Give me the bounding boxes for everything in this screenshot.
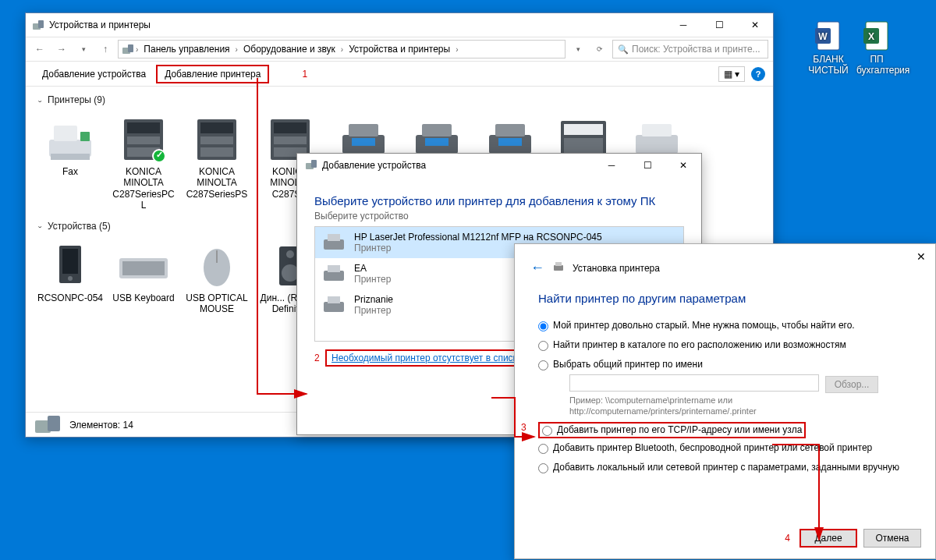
item-type: Принтер xyxy=(354,305,393,316)
svg-point-42 xyxy=(68,276,73,281)
keyboard-icon xyxy=(110,241,177,291)
svg-rect-7 xyxy=(38,20,44,28)
fax-icon xyxy=(37,115,104,165)
breadcrumb[interactable]: › Панель управления › Оборудование и зву… xyxy=(118,40,566,58)
default-badge xyxy=(152,149,166,163)
install-printer-dialog: ✕ ← Установка принтера Найти принтер по … xyxy=(514,243,936,559)
svg-rect-23 xyxy=(274,122,307,133)
desktop-icon-label: БЛАНК ЧИСТЫЙ xyxy=(808,54,849,76)
computer-icon xyxy=(37,241,104,291)
desktop-icon-excel[interactable]: X ПП бухгалтерия xyxy=(856,20,897,76)
printer-not-listed-link[interactable]: Необходимый принтер отсутствует в списке xyxy=(332,353,523,363)
printer-icon xyxy=(321,232,346,253)
minimize-button[interactable]: ─ xyxy=(594,154,629,177)
device-label: KONICA MINOLTA C287SeriesPS xyxy=(183,166,250,200)
item-name: EA xyxy=(354,263,391,274)
forward-button[interactable]: → xyxy=(52,40,71,58)
radio-old-printer[interactable]: Мой принтер довольно старый. Мне нужна п… xyxy=(538,316,912,335)
svg-rect-31 xyxy=(425,138,448,146)
browse-button[interactable]: Обзор... xyxy=(825,376,878,393)
radio-tcpip[interactable]: Добавить принтер по его TCP/IP-адресу ил… xyxy=(542,424,802,436)
history-button[interactable]: ▾ xyxy=(74,40,93,58)
back-button[interactable]: ← xyxy=(530,260,544,276)
refresh-button[interactable]: ⟳ xyxy=(590,40,609,58)
search-placeholder: Поиск: Устройства и принте... xyxy=(632,44,760,55)
example-text: Пример: \\computername\printername или xyxy=(569,395,912,406)
mouse-icon xyxy=(183,241,250,291)
svg-rect-15 xyxy=(127,122,160,133)
svg-rect-19 xyxy=(200,122,233,133)
crumb-control-panel[interactable]: Панель управления xyxy=(140,42,233,56)
chevron-down-icon: ⌄ xyxy=(37,97,43,103)
device-item[interactable]: USB Keyboard xyxy=(107,238,180,318)
crumb-hardware[interactable]: Оборудование и звук xyxy=(239,42,339,56)
printer-icon xyxy=(321,263,346,285)
back-button[interactable]: ← xyxy=(30,40,49,58)
desktop-icon-word[interactable]: W БЛАНК ЧИСТЫЙ xyxy=(808,20,849,76)
chevron-down-icon: ⌄ xyxy=(37,223,43,229)
dialog-title: Добавление устройства xyxy=(322,160,594,171)
item-count: Элементов: 14 xyxy=(69,420,133,431)
desktop-icon-label: ПП бухгалтерия xyxy=(856,54,897,76)
devices-icon xyxy=(32,19,44,31)
search-input[interactable]: 🔍 Поиск: Устройства и принте... xyxy=(612,40,768,58)
device-label: USB OPTICAL MOUSE xyxy=(183,292,250,315)
item-name: HP LaserJet Professional M1212nf MFP на … xyxy=(354,232,602,243)
titlebar[interactable]: Устройства и принтеры ─ ☐ ✕ xyxy=(26,13,773,37)
svg-rect-16 xyxy=(127,136,160,144)
word-icon: W xyxy=(813,20,844,51)
printer-item[interactable]: KONICA MINOLTA C287SeriesPCL xyxy=(107,112,180,214)
excel-icon: X xyxy=(861,20,892,51)
maximize-button[interactable]: ☐ xyxy=(701,13,737,37)
printers-group-header[interactable]: ⌄Принтеры (9) xyxy=(26,91,773,108)
up-button[interactable]: ↑ xyxy=(96,40,115,58)
minimize-button[interactable]: ─ xyxy=(665,13,701,37)
device-label: KONICA MINOLTA C287SeriesPCL xyxy=(110,166,177,211)
help-button[interactable]: ? xyxy=(751,67,765,81)
svg-rect-36 xyxy=(564,124,603,135)
svg-rect-39 xyxy=(642,124,672,136)
printer-name-input[interactable] xyxy=(569,374,819,392)
svg-text:W: W xyxy=(818,31,828,42)
close-button[interactable]: ✕ xyxy=(737,13,773,37)
svg-rect-55 xyxy=(328,234,340,241)
address-bar: ← → ▾ ↑ › Панель управления › Оборудован… xyxy=(26,37,773,62)
annotation-4: 4 xyxy=(785,533,790,544)
options-group: Мой принтер довольно старый. Мне нужна п… xyxy=(515,316,935,477)
maximize-button[interactable]: ☐ xyxy=(629,154,665,177)
svg-rect-11 xyxy=(54,126,77,141)
dialog-heading: Выберите устройство или принтер для доба… xyxy=(314,194,684,207)
svg-rect-38 xyxy=(636,135,678,154)
device-label: RCSONPC-054 xyxy=(37,292,104,303)
item-type: Принтер xyxy=(354,274,391,285)
svg-rect-20 xyxy=(200,136,233,144)
radio-catalog[interactable]: Найти принтер в каталоге по его располож… xyxy=(538,335,912,355)
radio-shared[interactable]: Выбрать общий принтер по имени xyxy=(538,355,912,374)
svg-rect-64 xyxy=(554,265,563,271)
svg-rect-65 xyxy=(555,262,562,266)
crumb-devices[interactable]: Устройства и принтеры xyxy=(345,42,454,56)
radio-bluetooth[interactable]: Добавить принтер Bluetooth, беспроводной… xyxy=(538,438,912,458)
cancel-button[interactable]: Отмена xyxy=(863,529,921,548)
svg-rect-51 xyxy=(48,416,60,431)
command-bar: Добавление устройства Добавление принтер… xyxy=(26,62,773,87)
printer-item[interactable]: Fax xyxy=(34,112,107,214)
search-icon: 🔍 xyxy=(618,44,629,55)
add-printer-button[interactable]: Добавление принтера xyxy=(156,65,269,83)
close-button[interactable]: ✕ xyxy=(910,247,932,266)
history-dropdown[interactable]: ▾ xyxy=(569,40,587,58)
next-button[interactable]: Далее xyxy=(800,529,857,548)
svg-rect-53 xyxy=(311,160,317,168)
svg-rect-30 xyxy=(422,124,452,136)
item-name: Priznanie xyxy=(354,294,393,305)
device-item[interactable]: RCSONPC-054 xyxy=(34,238,107,318)
printer-item[interactable]: KONICA MINOLTA C287SeriesPS xyxy=(180,112,254,214)
svg-point-49 xyxy=(286,250,294,258)
device-item[interactable]: USB OPTICAL MOUSE xyxy=(180,238,254,318)
close-button[interactable]: ✕ xyxy=(665,154,701,177)
titlebar[interactable]: Добавление устройства ─ ☐ ✕ xyxy=(297,154,701,177)
radio-local[interactable]: Добавить локальный или сетевой принтер с… xyxy=(538,458,912,477)
add-device-button[interactable]: Добавление устройства xyxy=(34,65,154,83)
svg-rect-13 xyxy=(51,154,90,160)
view-button[interactable]: ▦ ▾ xyxy=(718,66,745,82)
